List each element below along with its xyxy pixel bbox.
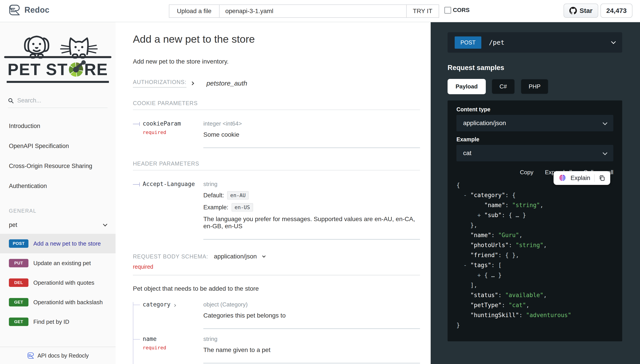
param-description: Some cookie — [203, 131, 420, 138]
sidebar-item[interactable]: Authentication — [0, 176, 116, 196]
cookie-parameters-title: COOKIE PARAMETERS — [133, 100, 420, 110]
github-star-count[interactable]: 24,473 — [600, 4, 632, 18]
search-input[interactable] — [17, 97, 108, 104]
sample-code-panel: Content type application/json Example ca… — [448, 100, 622, 341]
chevron-down-icon[interactable] — [262, 254, 266, 258]
sidebar-item[interactable]: Cross-Origin Resource Sharing — [0, 156, 116, 176]
sidebar-item[interactable]: Introduction — [0, 116, 116, 136]
content-type-label: Content type — [456, 106, 613, 113]
header-parameters-title: HEADER PARAMETERS — [133, 160, 420, 170]
operation-label: Add a new pet to the store — [33, 240, 101, 247]
method-badge: POST — [9, 239, 28, 248]
code-line: "photoUrls": "string", — [456, 240, 613, 250]
content-type-select[interactable]: application/json — [456, 115, 613, 131]
sidebar-section-label: GENERAL — [0, 208, 116, 216]
cors-checkbox[interactable] — [444, 7, 451, 14]
sample-tabs: PayloadC#PHP — [448, 79, 622, 94]
chevron-down-icon — [103, 222, 107, 226]
request-body-label: REQUEST BODY SCHEMA: — [133, 253, 208, 260]
search-icon — [8, 98, 14, 104]
param-description: The language you prefer for messages. Su… — [203, 216, 420, 230]
dog-and-cat-illustration — [3, 28, 112, 61]
sidebar-operation-item[interactable]: GETFind pet by ID — [0, 312, 116, 332]
code-line: ], — [456, 280, 613, 290]
schema-description: Pet object that needs to be added to the… — [133, 285, 420, 292]
redoc-brand: Redoc — [8, 4, 50, 16]
try-it-button[interactable]: TRY IT — [407, 4, 439, 18]
copy-icon[interactable] — [599, 175, 605, 181]
request-body-schema-block: REQUEST BODY SCHEMA: application/json re… — [133, 253, 420, 275]
code-line: "petType": "cat", — [456, 300, 613, 310]
authorizations-row: AUTHORIZATIONS: petstore_auth — [133, 79, 420, 88]
wordmark-underline — [7, 81, 109, 83]
code-line: "status": "available", — [456, 290, 613, 300]
sidebar-footer-link[interactable]: API docs by Redocly — [0, 347, 116, 364]
explain-label: Explain — [570, 175, 590, 182]
chevron-down-icon — [611, 39, 616, 44]
code-expander[interactable]: - — [456, 192, 470, 198]
code-expander[interactable]: - — [456, 262, 470, 268]
code-line: } — [456, 320, 613, 330]
schema-fields: categoryobject (Category)Categories this… — [133, 294, 420, 364]
example-value: cat — [463, 150, 471, 157]
footer-label: API docs by Redocly — [38, 352, 89, 359]
default-value-chip: en-AU — [227, 191, 249, 200]
page-title: Add a new pet to the store — [133, 33, 420, 45]
example-label: Example — [456, 136, 613, 143]
field-type: object (Category) — [203, 301, 248, 308]
sidebar-operation-item[interactable]: GETOperationId with backslash — [0, 292, 116, 312]
code-expander[interactable]: + — [477, 272, 484, 278]
divider — [594, 174, 595, 182]
github-star-widget: Star 24,473 — [564, 4, 632, 18]
example-select[interactable]: cat — [456, 145, 613, 161]
method-badge: GET — [9, 318, 28, 326]
petstore-wheel-icon — [69, 62, 83, 77]
default-label: Default: — [203, 192, 224, 199]
samples-panel: POST /pet Request samples PayloadC#PHP C… — [431, 22, 640, 364]
request-samples-title: Request samples — [448, 64, 622, 72]
field-name: name — [143, 336, 157, 342]
redocly-icon — [27, 352, 34, 359]
tab-php[interactable]: PHP — [521, 79, 548, 94]
github-star-button[interactable]: Star — [564, 4, 598, 18]
schema-row: namerequiredstringThe name given to a pe… — [133, 329, 420, 363]
sidebar-nav: IntroductionOpenAPI SpecificationCross-O… — [0, 116, 116, 196]
chevron-right-icon[interactable] — [190, 81, 194, 85]
authorizations-value[interactable]: petstore_auth — [206, 80, 247, 87]
sidebar-operation-item[interactable]: POSTAdd a new pet to the store — [0, 234, 116, 253]
operation-label: OperationId with backslash — [33, 299, 103, 306]
endpoint-path: /pet — [489, 39, 504, 46]
tab-payload[interactable]: Payload — [448, 79, 486, 94]
field-name[interactable]: category — [143, 301, 170, 308]
required-flag: required — [133, 264, 420, 270]
sidebar-operation-item[interactable]: PUTUpdate an existing pet — [0, 253, 116, 273]
upload-file-button[interactable]: Upload a file — [169, 4, 220, 18]
request-body-content-type[interactable]: application/json — [214, 253, 257, 260]
code-line: + "sub": { … } — [456, 210, 613, 220]
sidebar-group-pet[interactable]: pet — [0, 216, 116, 234]
code-line: "name": "string", — [456, 200, 613, 210]
field-description: The name given to a pet — [203, 346, 420, 354]
doc-content: Add a new pet to the store Add new pet t… — [116, 22, 431, 364]
field-description: Categories this pet belongs to — [203, 312, 420, 319]
json-sample-code[interactable]: { - "category": { "name": "string", + "s… — [456, 180, 613, 330]
content-type-value: application/json — [463, 120, 506, 127]
sidebar-item[interactable]: OpenAPI Specification — [0, 136, 116, 156]
param-type: integer <int64> — [203, 120, 420, 127]
method-badge: GET — [9, 298, 28, 306]
cors-toggle[interactable]: CORS — [444, 7, 470, 14]
authorizations-label[interactable]: AUTHORIZATIONS: — [133, 79, 186, 88]
code-line: - "category": { — [456, 190, 613, 200]
explain-button[interactable]: Explain — [554, 171, 610, 185]
chevron-down-icon — [603, 150, 607, 155]
code-line: "huntingSkill": "adventurous" — [456, 310, 613, 320]
spec-url-input[interactable] — [220, 4, 407, 18]
endpoint-dropdown[interactable]: POST /pet — [448, 32, 622, 53]
field-type: string — [203, 336, 218, 342]
sidebar-operation-item[interactable]: DELOperationId with quotes — [0, 273, 116, 292]
tab-c-[interactable]: C# — [492, 79, 515, 94]
operation-label: Find pet by ID — [33, 318, 69, 325]
copy-action[interactable]: Copy — [520, 169, 533, 176]
code-expander[interactable]: + — [477, 212, 484, 218]
cookie-param-row: cookieParam required integer <int64> Som… — [133, 120, 420, 148]
